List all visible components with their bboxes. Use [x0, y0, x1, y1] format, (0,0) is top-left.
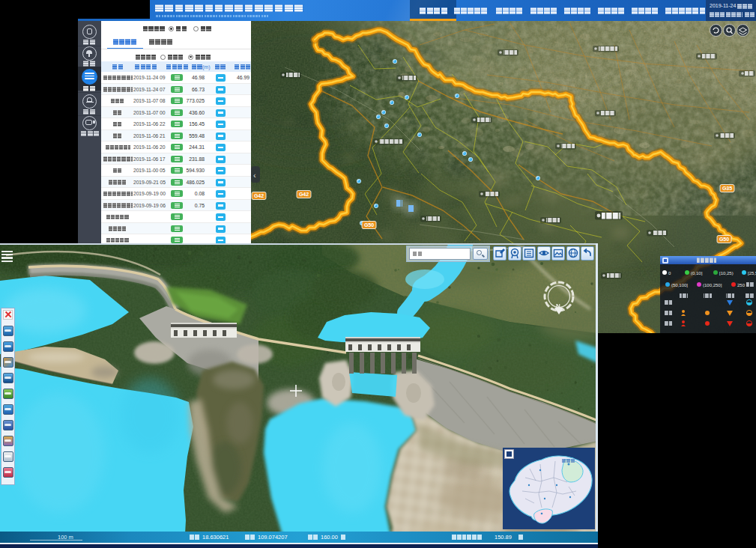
- svg-text:G35: G35: [722, 186, 732, 191]
- svg-text:G50: G50: [719, 237, 729, 242]
- svg-text:[10,25): [10,25): [719, 271, 734, 275]
- svg-text:G42: G42: [299, 192, 309, 197]
- svg-text:(50,100]: (50,100]: [671, 283, 688, 287]
- svg-text:[25,5: [25,5: [748, 271, 756, 275]
- svg-text:‹: ‹: [253, 171, 256, 180]
- svg-text:N: N: [556, 302, 560, 309]
- svg-text:G50: G50: [364, 222, 374, 228]
- svg-text:(100,250]: (100,250]: [703, 283, 722, 287]
- svg-text:(0,10]: (0,10]: [691, 271, 703, 275]
- svg-text:250: 250: [737, 283, 746, 287]
- svg-text:G42: G42: [254, 193, 264, 198]
